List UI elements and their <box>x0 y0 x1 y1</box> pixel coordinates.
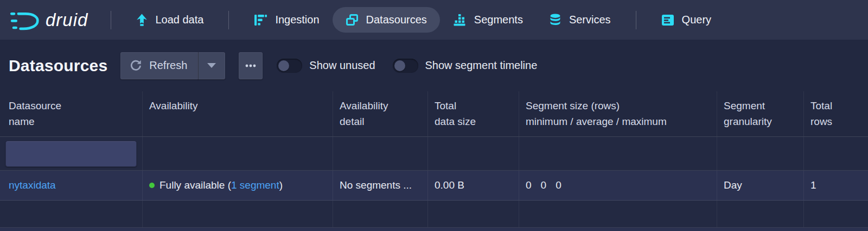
nav-item-ingestion[interactable]: Ingestion <box>241 7 332 33</box>
show-unused-label: Show unused <box>309 59 375 72</box>
empty-cell <box>804 201 868 227</box>
query-icon <box>661 14 674 26</box>
cell-availability-detail: No segments ... <box>333 171 428 200</box>
cell-availability: Fully available ( 1 segment ) <box>143 171 333 200</box>
druid-console: druid Load data Ingestion <box>0 0 868 231</box>
show-segment-timeline-toggle[interactable]: Show segment timeline <box>393 59 538 73</box>
nav-item-label: Ingestion <box>275 14 319 26</box>
toggle-track[interactable] <box>277 59 302 73</box>
toggle-knob <box>394 60 405 71</box>
cell-segment-granularity: Day <box>717 171 804 200</box>
refresh-split-button: Refresh <box>120 52 225 79</box>
nav-item-segments[interactable]: Segments <box>440 7 536 33</box>
filter-cell <box>717 137 804 170</box>
nav-item-label: Segments <box>474 14 523 26</box>
druid-logo-icon <box>10 7 40 33</box>
filter-cell <box>333 137 428 170</box>
toggle-knob <box>278 60 289 71</box>
filter-cell <box>804 137 868 170</box>
segment-count-link[interactable]: 1 segment <box>231 179 279 191</box>
filter-cell <box>143 137 333 170</box>
table-header-row: Datasource name Availability Availabilit… <box>0 91 868 137</box>
column-header-total-rows[interactable]: Total rows <box>804 91 868 136</box>
availability-status: Fully available ( <box>159 179 231 191</box>
empty-cell <box>0 201 143 227</box>
cell-total-data-size: 0.00 B <box>428 171 519 200</box>
ingestion-icon <box>254 14 267 26</box>
druid-logo-text: druid <box>46 10 91 30</box>
availability-detail-text: No segments ... <box>340 179 412 191</box>
segment-size-avg: 0 <box>541 179 547 191</box>
total-rows-value: 1 <box>810 179 816 191</box>
column-header-availability[interactable]: Availability <box>143 91 333 136</box>
column-header-segment-granularity[interactable]: Segment granularity <box>717 91 804 136</box>
nav-divider <box>111 11 111 29</box>
nav-item-label: Query <box>682 14 711 26</box>
filter-cell <box>428 137 519 170</box>
total-data-size-value: 0.00 B <box>435 179 464 191</box>
column-header-segment-size[interactable]: Segment size (rows) minimum / average / … <box>519 91 717 136</box>
refresh-dropdown-button[interactable] <box>198 52 225 79</box>
nav-item-datasources[interactable]: Datasources <box>333 7 440 33</box>
datasources-table: Datasource name Availability Availabilit… <box>0 91 868 231</box>
column-header-total-data-size[interactable]: Total data size <box>428 91 519 136</box>
datasource-name-link[interactable]: nytaxidata <box>9 179 56 191</box>
column-header-availability-detail[interactable]: Availability detail <box>333 91 428 136</box>
cell-total-rows: 1 <box>804 171 868 200</box>
services-icon <box>549 14 561 27</box>
datasources-icon <box>346 14 359 26</box>
nav-item-label: Datasources <box>366 14 427 26</box>
nav-divider <box>636 11 636 29</box>
load-data-icon <box>136 14 148 26</box>
empty-cell <box>428 201 519 227</box>
empty-cell <box>519 201 717 227</box>
toggle-track[interactable] <box>393 59 418 73</box>
page-header: Datasources Refresh Show unused <box>0 40 868 91</box>
nav-item-label: Load data <box>155 14 203 26</box>
empty-cell <box>143 201 333 227</box>
datasource-name-filter-input[interactable] <box>5 141 137 167</box>
refresh-icon <box>129 59 143 72</box>
filter-cell <box>519 137 717 170</box>
more-dots-icon <box>245 64 256 67</box>
more-actions-button[interactable] <box>239 52 263 79</box>
nav-item-services[interactable]: Services <box>536 7 624 33</box>
nav-divider <box>228 11 229 29</box>
next-row-strip <box>0 228 868 231</box>
nav-item-query[interactable]: Query <box>648 7 724 33</box>
show-segment-timeline-label: Show segment timeline <box>425 59 538 72</box>
segments-icon <box>453 14 467 26</box>
refresh-button[interactable]: Refresh <box>120 52 198 79</box>
table-row: nytaxidata Fully available ( 1 segment )… <box>0 171 868 201</box>
chevron-down-icon <box>207 63 216 68</box>
nav-item-load-data[interactable]: Load data <box>123 7 216 33</box>
empty-cell <box>717 201 804 227</box>
column-header-datasource-name[interactable]: Datasource name <box>0 91 143 136</box>
nav-item-label: Services <box>569 14 611 26</box>
page-title: Datasources <box>9 57 107 75</box>
empty-table-row <box>0 201 868 228</box>
empty-cell <box>333 201 428 227</box>
druid-logo[interactable]: druid <box>10 7 91 33</box>
filter-cell-datasource-name <box>0 137 143 170</box>
segment-size-min: 0 <box>526 179 532 191</box>
refresh-button-label: Refresh <box>149 59 187 72</box>
cell-datasource-name: nytaxidata <box>0 171 143 200</box>
segment-size-max: 0 <box>556 179 561 191</box>
status-dot-icon <box>149 183 155 188</box>
show-unused-toggle[interactable]: Show unused <box>277 59 375 73</box>
top-nav: druid Load data Ingestion <box>0 0 868 40</box>
segment-granularity-value: Day <box>724 179 742 191</box>
table-filter-row <box>0 137 868 171</box>
availability-status-close: ) <box>279 179 283 191</box>
cell-segment-size: 0 0 0 <box>519 171 717 200</box>
